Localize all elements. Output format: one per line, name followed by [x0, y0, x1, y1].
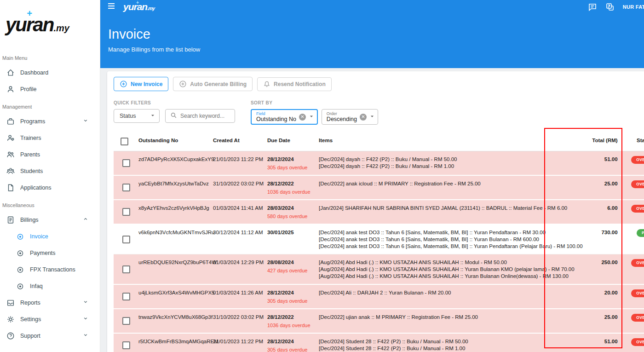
table-header: Outstanding No Created At Due Date Items… — [114, 132, 644, 151]
sidebar-logo: + yuran.my — [0, 0, 100, 49]
invoice-items: [Aug/2024] Abd Hadi (.) :: KMO USTAZAH A… — [319, 254, 586, 284]
outstanding-no: tnwaz9VkcXnYCVM8uX68Gp3f — [138, 309, 213, 324]
filters-bar: QUICK FILTERS Status — [114, 100, 644, 125]
chevron-up-icon — [82, 216, 94, 224]
language-icon[interactable] — [605, 2, 615, 12]
status-badge: OVERDUE — [631, 314, 644, 322]
row-total: 250.00 — [586, 254, 622, 270]
row-checkbox[interactable] — [122, 236, 130, 243]
chevron-down-icon — [82, 299, 94, 307]
toolbar: New Invoice Auto Generate Billing Resend… — [114, 77, 644, 91]
sidebar-item-infaq[interactable]: Infaq — [0, 278, 100, 294]
due-date: 28/03/2024 — [267, 205, 315, 211]
page-title: Invoice — [108, 27, 644, 42]
menu-icon[interactable] — [107, 1, 116, 12]
clear-order-icon[interactable]: ✕ — [360, 114, 367, 121]
user-name[interactable]: NUR FATIN NAJIHAH — [623, 4, 644, 10]
row-checkbox[interactable] — [122, 265, 130, 273]
radio-dot-icon — [16, 283, 24, 290]
invoice-card: New Invoice Auto Generate Billing Resend… — [107, 71, 644, 352]
receipt-icon — [6, 216, 15, 224]
row-checkbox[interactable] — [122, 184, 130, 191]
app-root: + yuran.my Main Menu Dashboard Profile M… — [0, 0, 644, 352]
sidebar-item-applications[interactable]: Applications — [0, 179, 100, 196]
item-line: [Aug/2024] Abd Hadi (.) :: KMO USTAZAH A… — [319, 273, 583, 280]
people-icon — [6, 150, 15, 159]
radio-dot-icon — [16, 249, 24, 257]
status-badge: OVERDUE — [631, 180, 644, 188]
created-at: 21/01/2023 11:22 PM — [213, 151, 267, 167]
select-all-checkbox[interactable] — [121, 138, 128, 145]
section-management: Management — [0, 98, 100, 113]
sidebar: + yuran.my Main Menu Dashboard Profile M… — [0, 0, 100, 352]
created-at: 01/03/2024 11:41 AM — [213, 200, 267, 215]
due-date: 28/12/2024 — [267, 338, 315, 345]
sidebar-item-profile[interactable]: Profile — [0, 81, 100, 98]
row-checkbox[interactable] — [122, 159, 130, 167]
invoice-items: [Dec/2022] anak icloud :: M PRIMARY :: R… — [319, 176, 586, 191]
item-line: [Dec/2022] ujian anak :: M PRIMARY :: Re… — [319, 314, 583, 321]
resend-notification-button[interactable]: Resend Notification — [257, 77, 332, 91]
outstanding-no: u4jLksmGXrf3AxS4WvMHGPX5 — [138, 285, 213, 300]
row-checkbox[interactable] — [122, 317, 130, 325]
row-checkbox[interactable] — [122, 208, 130, 216]
table-row: v6k6pnN3VcfcMuGKNTmvSJRu 30/12/2024 11:1… — [114, 225, 644, 254]
status-badge: OVERDUE — [631, 338, 644, 346]
col-due-date: Due Date — [267, 132, 319, 151]
chevron-down-icon — [82, 332, 94, 340]
created-at: 21/01/2023 11:22 PM — [213, 334, 267, 349]
col-outstanding-no: Outstanding No — [138, 132, 213, 151]
row-total: 730.00 — [586, 225, 622, 240]
row-checkbox[interactable] — [122, 341, 130, 349]
sidebar-item-settings[interactable]: Settings — [0, 311, 100, 328]
created-at: 31/10/2022 03:02 PM — [213, 176, 267, 191]
sidebar-item-students[interactable]: Students — [0, 163, 100, 179]
sort-field-select[interactable]: Field Outstanding No ✕ — [251, 109, 318, 125]
invoice-items: [Dec/2022] ujian anak :: M PRIMARY :: Re… — [319, 309, 586, 325]
reports-inbox-icon — [6, 299, 15, 307]
new-invoice-button[interactable]: New Invoice — [114, 77, 168, 91]
row-total: 6.00 — [586, 200, 622, 215]
logo-plus-icon: + — [136, 0, 138, 5]
content-area: New Invoice Auto Generate Billing Resend… — [100, 68, 644, 352]
caret-down-icon — [369, 113, 375, 121]
topbar-logo: +yuran.my — [123, 1, 155, 12]
sidebar-item-reports[interactable]: Reports — [0, 294, 100, 311]
sidebar-item-support[interactable]: Support — [0, 328, 100, 344]
invoice-items: [Dec/2024] Ali :: DARJAH 2 :: Yuran Bula… — [319, 285, 586, 300]
chat-icon[interactable] — [588, 2, 597, 12]
outstanding-no: v6k6pnN3VcfcMuGKNTmvSJRu — [138, 225, 213, 240]
main-area: +yuran.my NUR FATIN NAJIHAH NF Invoice M… — [100, 0, 644, 352]
page-subtitle: Manage Billings from the list below — [108, 46, 644, 53]
invoice-items: [Jan/2024] SHARIFAH NUR SABRINA BINTI SY… — [319, 200, 586, 216]
invoice-items: [Dec/2024] Student 28 :: F422 (P2) :: Bu… — [319, 334, 586, 352]
sidebar-item-trainers[interactable]: Trainers — [0, 130, 100, 146]
table-row: r5fJCKwBmFrBS3mqAMGqaREM 21/01/2023 11:2… — [114, 334, 644, 352]
row-total: 51.00 — [586, 334, 622, 349]
row-checkbox[interactable] — [122, 293, 130, 300]
sidebar-item-programs[interactable]: Programs — [0, 113, 100, 130]
overdue-days: 305 days overdue — [267, 164, 315, 171]
chevron-down-icon — [82, 117, 94, 126]
auto-generate-billing-button[interactable]: Auto Generate Billing — [173, 77, 253, 91]
clear-field-icon[interactable]: ✕ — [299, 114, 306, 121]
trainer-badge-icon — [6, 134, 15, 142]
overdue-days: 305 days overdue — [267, 298, 315, 304]
sidebar-item-payments[interactable]: Payments — [0, 245, 100, 261]
status-badge: OVERDUE — [631, 259, 644, 267]
sidebar-item-billings[interactable]: Billings — [0, 212, 100, 228]
overdue-days: 305 days overdue — [267, 346, 315, 352]
sidebar-item-dashboard[interactable]: Dashboard — [0, 64, 100, 81]
section-miscellaneous: Miscellaneous — [0, 196, 100, 212]
col-status: Status — [622, 132, 644, 151]
status-badge: OVERDUE — [631, 205, 644, 213]
invoice-items: [Dec/2024] anak test DO3 :: Tahun 6 [Sai… — [319, 225, 586, 254]
search-input[interactable] — [180, 113, 231, 119]
due-date: 30/01/2025 — [267, 229, 315, 236]
sort-order-select[interactable]: Order Descending ✕ — [322, 109, 378, 125]
bell-icon — [263, 81, 270, 88]
sidebar-item-parents[interactable]: Parents — [0, 146, 100, 163]
sidebar-item-fpx-transactions[interactable]: FPX Transactions — [0, 261, 100, 278]
sidebar-item-invoice[interactable]: Invoice — [0, 228, 100, 245]
status-filter-select[interactable]: Status — [114, 109, 160, 123]
